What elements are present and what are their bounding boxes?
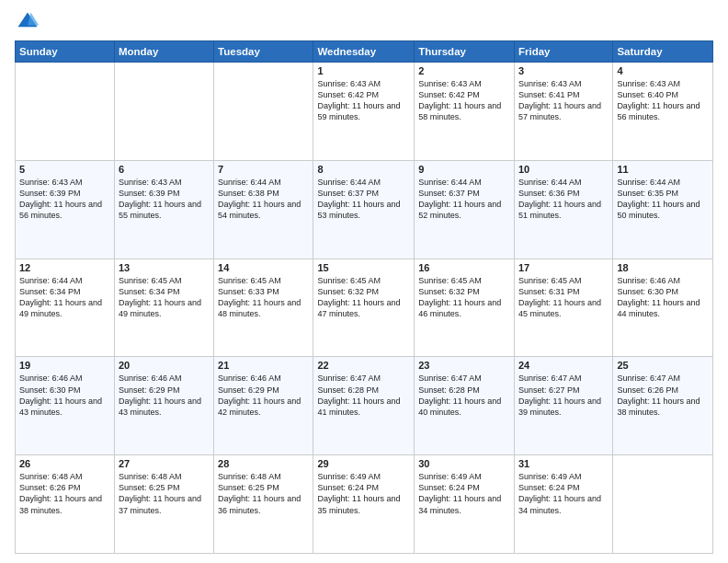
day-number: 10	[518, 164, 609, 175]
day-number: 25	[617, 360, 709, 371]
day-cell: 24Sunrise: 6:47 AM Sunset: 6:27 PM Dayli…	[514, 357, 612, 455]
day-number: 22	[317, 360, 410, 371]
day-cell: 31Sunrise: 6:49 AM Sunset: 6:24 PM Dayli…	[514, 455, 612, 554]
day-number: 12	[19, 262, 110, 273]
day-number: 11	[617, 164, 709, 175]
day-cell: 1Sunrise: 6:43 AM Sunset: 6:42 PM Daylig…	[313, 63, 415, 161]
day-number: 28	[218, 458, 309, 469]
weekday-header-tuesday: Tuesday	[214, 41, 313, 63]
day-cell: 23Sunrise: 6:47 AM Sunset: 6:28 PM Dayli…	[415, 357, 515, 455]
day-number: 18	[617, 262, 709, 273]
day-info: Sunrise: 6:48 AM Sunset: 6:25 PM Dayligh…	[218, 471, 309, 516]
day-number: 9	[418, 164, 510, 175]
day-info: Sunrise: 6:45 AM Sunset: 6:32 PM Dayligh…	[317, 275, 410, 320]
day-cell: 8Sunrise: 6:44 AM Sunset: 6:37 PM Daylig…	[313, 160, 415, 259]
day-cell: 2Sunrise: 6:43 AM Sunset: 6:42 PM Daylig…	[415, 63, 515, 161]
day-number: 7	[218, 164, 309, 175]
day-info: Sunrise: 6:46 AM Sunset: 6:29 PM Dayligh…	[119, 373, 210, 418]
day-number: 29	[317, 458, 410, 469]
day-info: Sunrise: 6:43 AM Sunset: 6:41 PM Dayligh…	[518, 78, 609, 123]
day-number: 16	[418, 262, 510, 273]
day-cell: 26Sunrise: 6:48 AM Sunset: 6:26 PM Dayli…	[16, 455, 115, 554]
day-cell: 21Sunrise: 6:46 AM Sunset: 6:29 PM Dayli…	[214, 357, 313, 455]
day-info: Sunrise: 6:46 AM Sunset: 6:29 PM Dayligh…	[218, 373, 309, 418]
day-cell	[214, 63, 313, 161]
day-info: Sunrise: 6:48 AM Sunset: 6:25 PM Dayligh…	[119, 471, 210, 516]
day-cell: 4Sunrise: 6:43 AM Sunset: 6:40 PM Daylig…	[613, 63, 713, 161]
day-info: Sunrise: 6:43 AM Sunset: 6:40 PM Dayligh…	[617, 78, 709, 123]
day-number: 1	[317, 65, 410, 76]
day-cell: 14Sunrise: 6:45 AM Sunset: 6:33 PM Dayli…	[214, 259, 313, 357]
day-number: 13	[119, 262, 210, 273]
day-number: 4	[617, 65, 709, 76]
day-number: 30	[418, 458, 510, 469]
day-info: Sunrise: 6:46 AM Sunset: 6:30 PM Dayligh…	[617, 275, 709, 320]
day-info: Sunrise: 6:47 AM Sunset: 6:28 PM Dayligh…	[418, 373, 510, 418]
day-number: 26	[19, 458, 110, 469]
calendar: SundayMondayTuesdayWednesdayThursdayFrid…	[15, 40, 713, 554]
day-info: Sunrise: 6:47 AM Sunset: 6:26 PM Dayligh…	[617, 373, 709, 418]
day-info: Sunrise: 6:45 AM Sunset: 6:33 PM Dayligh…	[218, 275, 309, 320]
day-cell: 10Sunrise: 6:44 AM Sunset: 6:36 PM Dayli…	[514, 160, 612, 259]
week-row-1: 1Sunrise: 6:43 AM Sunset: 6:42 PM Daylig…	[16, 63, 713, 161]
day-number: 19	[19, 360, 110, 371]
weekday-header-saturday: Saturday	[613, 41, 713, 63]
week-row-3: 12Sunrise: 6:44 AM Sunset: 6:34 PM Dayli…	[16, 259, 713, 357]
day-number: 6	[119, 164, 210, 175]
day-info: Sunrise: 6:44 AM Sunset: 6:37 PM Dayligh…	[418, 177, 510, 222]
day-number: 27	[119, 458, 210, 469]
day-cell: 25Sunrise: 6:47 AM Sunset: 6:26 PM Dayli…	[613, 357, 713, 455]
day-cell: 30Sunrise: 6:49 AM Sunset: 6:24 PM Dayli…	[415, 455, 515, 554]
day-cell: 3Sunrise: 6:43 AM Sunset: 6:41 PM Daylig…	[514, 63, 612, 161]
day-cell: 5Sunrise: 6:43 AM Sunset: 6:39 PM Daylig…	[16, 160, 115, 259]
day-info: Sunrise: 6:46 AM Sunset: 6:30 PM Dayligh…	[19, 373, 110, 418]
day-info: Sunrise: 6:44 AM Sunset: 6:34 PM Dayligh…	[19, 275, 110, 320]
day-info: Sunrise: 6:44 AM Sunset: 6:37 PM Dayligh…	[317, 177, 410, 222]
day-number: 5	[19, 164, 110, 175]
day-cell: 16Sunrise: 6:45 AM Sunset: 6:32 PM Dayli…	[415, 259, 515, 357]
day-info: Sunrise: 6:45 AM Sunset: 6:34 PM Dayligh…	[119, 275, 210, 320]
weekday-header-row: SundayMondayTuesdayWednesdayThursdayFrid…	[16, 41, 713, 63]
day-info: Sunrise: 6:44 AM Sunset: 6:36 PM Dayligh…	[518, 177, 609, 222]
day-info: Sunrise: 6:49 AM Sunset: 6:24 PM Dayligh…	[317, 471, 410, 516]
day-info: Sunrise: 6:43 AM Sunset: 6:42 PM Dayligh…	[317, 78, 410, 123]
day-cell: 20Sunrise: 6:46 AM Sunset: 6:29 PM Dayli…	[114, 357, 213, 455]
day-info: Sunrise: 6:49 AM Sunset: 6:24 PM Dayligh…	[418, 471, 510, 516]
day-info: Sunrise: 6:43 AM Sunset: 6:39 PM Dayligh…	[19, 177, 110, 222]
day-number: 20	[119, 360, 210, 371]
day-cell: 18Sunrise: 6:46 AM Sunset: 6:30 PM Dayli…	[613, 259, 713, 357]
weekday-header-monday: Monday	[114, 41, 213, 63]
day-cell: 28Sunrise: 6:48 AM Sunset: 6:25 PM Dayli…	[214, 455, 313, 554]
weekday-header-wednesday: Wednesday	[313, 41, 415, 63]
day-cell: 12Sunrise: 6:44 AM Sunset: 6:34 PM Dayli…	[16, 259, 115, 357]
day-number: 2	[418, 65, 510, 76]
day-number: 3	[518, 65, 609, 76]
day-number: 24	[518, 360, 609, 371]
header	[15, 9, 713, 35]
day-number: 31	[518, 458, 609, 469]
svg-marker-1	[28, 13, 39, 26]
day-info: Sunrise: 6:45 AM Sunset: 6:31 PM Dayligh…	[518, 275, 609, 320]
week-row-2: 5Sunrise: 6:43 AM Sunset: 6:39 PM Daylig…	[16, 160, 713, 259]
logo-icon	[15, 9, 40, 35]
day-number: 8	[317, 164, 410, 175]
day-info: Sunrise: 6:44 AM Sunset: 6:38 PM Dayligh…	[218, 177, 309, 222]
day-cell: 7Sunrise: 6:44 AM Sunset: 6:38 PM Daylig…	[214, 160, 313, 259]
day-cell: 22Sunrise: 6:47 AM Sunset: 6:28 PM Dayli…	[313, 357, 415, 455]
week-row-5: 26Sunrise: 6:48 AM Sunset: 6:26 PM Dayli…	[16, 455, 713, 554]
day-number: 15	[317, 262, 410, 273]
day-cell: 15Sunrise: 6:45 AM Sunset: 6:32 PM Dayli…	[313, 259, 415, 357]
day-info: Sunrise: 6:48 AM Sunset: 6:26 PM Dayligh…	[19, 471, 110, 516]
day-cell	[16, 63, 115, 161]
weekday-header-sunday: Sunday	[16, 41, 115, 63]
day-cell: 19Sunrise: 6:46 AM Sunset: 6:30 PM Dayli…	[16, 357, 115, 455]
day-info: Sunrise: 6:43 AM Sunset: 6:39 PM Dayligh…	[119, 177, 210, 222]
day-cell: 11Sunrise: 6:44 AM Sunset: 6:35 PM Dayli…	[613, 160, 713, 259]
day-number: 21	[218, 360, 309, 371]
day-cell: 6Sunrise: 6:43 AM Sunset: 6:39 PM Daylig…	[114, 160, 213, 259]
day-cell: 17Sunrise: 6:45 AM Sunset: 6:31 PM Dayli…	[514, 259, 612, 357]
day-number: 23	[418, 360, 510, 371]
day-number: 14	[218, 262, 309, 273]
day-cell: 13Sunrise: 6:45 AM Sunset: 6:34 PM Dayli…	[114, 259, 213, 357]
day-cell: 27Sunrise: 6:48 AM Sunset: 6:25 PM Dayli…	[114, 455, 213, 554]
